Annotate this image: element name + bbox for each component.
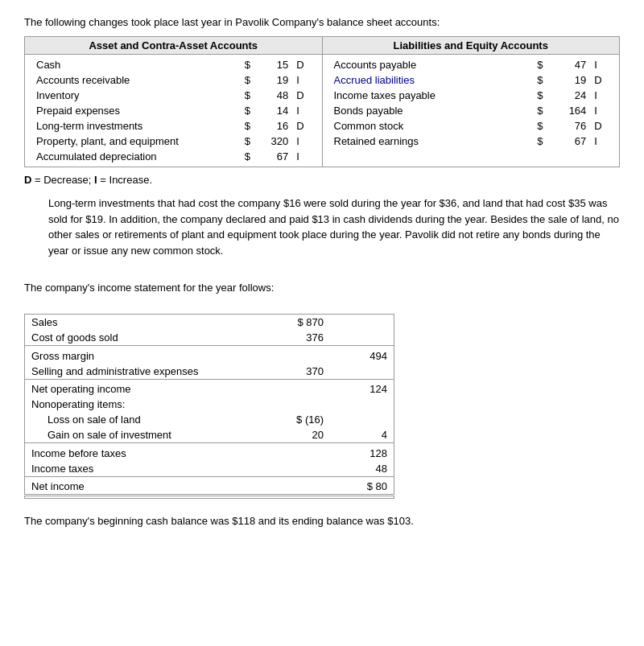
right-account-row: Retained earnings $ 67 I xyxy=(331,134,612,148)
income-label: Cost of goods sold xyxy=(25,330,260,346)
income-sub xyxy=(260,461,327,477)
account-label: Income taxes payable xyxy=(331,88,529,102)
right-account-row: Accounts payable $ 47 I xyxy=(331,58,612,72)
di-indicator: I xyxy=(591,88,611,102)
amount: 19 xyxy=(548,73,590,87)
right-header: Liabilities and Equity Accounts xyxy=(322,37,620,55)
income-row: Selling and administrative expenses 370 xyxy=(25,364,394,380)
account-label: Long-term investments xyxy=(33,119,236,133)
income-label: Gross margin xyxy=(25,348,260,364)
income-label: Sales xyxy=(25,315,260,331)
dollar-sign: $ xyxy=(530,104,547,117)
i-text: = Increase. xyxy=(97,174,152,186)
income-total xyxy=(327,364,394,380)
income-row: Net operating income 124 xyxy=(25,381,394,397)
income-label: Loss on sale of land xyxy=(25,412,260,427)
amount: 76 xyxy=(548,119,590,133)
income-sub: $ 870 xyxy=(260,315,327,331)
income-total xyxy=(327,330,394,346)
dollar-sign: $ xyxy=(237,119,254,133)
income-label: Net income xyxy=(25,479,260,496)
income-row: Income taxes 48 xyxy=(25,461,394,477)
income-row: Net income $ 80 xyxy=(25,479,394,496)
income-total: 124 xyxy=(327,381,394,397)
right-account-row: Accrued liabilities $ 19 D xyxy=(331,73,612,87)
income-sub xyxy=(260,381,327,397)
dollar-sign: $ xyxy=(237,104,254,117)
income-sub xyxy=(260,397,327,412)
income-label: Selling and administrative expenses xyxy=(25,364,260,380)
income-row: Income before taxes 128 xyxy=(25,446,394,461)
income-row: Sales $ 870 xyxy=(25,315,394,331)
d-text: = Decrease; xyxy=(31,174,94,186)
left-account-row: Long-term investments $ 16 D xyxy=(33,119,314,133)
dollar-sign: $ xyxy=(530,73,547,87)
income-statement-table: Sales $ 870 Cost of goods sold 376 Gross… xyxy=(24,314,394,499)
right-account-row: Bonds payable $ 164 I xyxy=(331,104,612,117)
account-label: Common stock xyxy=(331,119,529,133)
dollar-sign: $ xyxy=(530,58,547,72)
amount: 67 xyxy=(255,150,291,163)
account-label: Accounts payable xyxy=(331,58,529,72)
income-sub xyxy=(260,348,327,364)
left-accounts: Cash $ 15 D Accounts receivable $ 19 I I… xyxy=(25,55,323,167)
amount: 14 xyxy=(255,104,291,117)
income-total: $ 80 xyxy=(327,479,394,496)
legend: D = Decrease; I = Increase. xyxy=(24,174,620,186)
income-total: 4 xyxy=(327,427,394,443)
dollar-sign: $ xyxy=(237,134,254,148)
income-row: Nonoperating items: xyxy=(25,397,394,412)
income-title: The company's income statement for the y… xyxy=(24,282,620,294)
left-account-row: Prepaid expenses $ 14 I xyxy=(33,104,314,117)
income-row: Gain on sale of investment 20 4 xyxy=(25,427,394,443)
income-row: Gross margin 494 xyxy=(25,348,394,364)
right-account-row: Income taxes payable $ 24 I xyxy=(331,88,612,102)
account-label: Property, plant, and equipment xyxy=(33,134,236,148)
income-row: Cost of goods sold 376 xyxy=(25,330,394,346)
income-total xyxy=(327,412,394,427)
income-total: 48 xyxy=(327,461,394,477)
income-sub xyxy=(260,479,327,496)
income-sub: 376 xyxy=(260,330,327,346)
dollar-sign: $ xyxy=(237,58,254,72)
footer-text: The company's beginning cash balance was… xyxy=(24,515,620,527)
account-label: Prepaid expenses xyxy=(33,104,236,117)
right-accounts: Accounts payable $ 47 I Accrued liabilit… xyxy=(322,55,620,167)
di-indicator: D xyxy=(293,119,313,133)
di-indicator: D xyxy=(591,73,611,87)
dollar-sign: $ xyxy=(237,88,254,102)
right-account-row: Common stock $ 76 D xyxy=(331,119,612,133)
income-total xyxy=(327,315,394,331)
dollar-sign: $ xyxy=(237,73,254,87)
di-indicator: I xyxy=(591,104,611,117)
dollar-sign: $ xyxy=(237,150,254,163)
di-indicator: I xyxy=(591,58,611,72)
income-sub: 20 xyxy=(260,427,327,443)
amount: 16 xyxy=(255,119,291,133)
narrative-text: Long-term investments that had cost the … xyxy=(24,195,620,258)
income-total: 128 xyxy=(327,446,394,461)
income-double-line xyxy=(25,496,394,499)
income-sub: $ (16) xyxy=(260,412,327,427)
income-total xyxy=(327,397,394,412)
di-indicator: I xyxy=(293,150,313,163)
di-indicator: I xyxy=(293,134,313,148)
income-label: Gain on sale of investment xyxy=(25,427,260,443)
di-indicator: D xyxy=(293,88,313,102)
amount: 164 xyxy=(548,104,590,117)
di-indicator: I xyxy=(293,104,313,117)
amount: 320 xyxy=(255,134,291,148)
account-label: Cash xyxy=(33,58,236,72)
account-label: Inventory xyxy=(33,88,236,102)
dollar-sign: $ xyxy=(530,88,547,102)
account-label: Bonds payable xyxy=(331,104,529,117)
d-letter: D xyxy=(24,174,31,186)
account-label: Accrued liabilities xyxy=(331,73,529,87)
dollar-sign: $ xyxy=(530,134,547,148)
income-sub: 370 xyxy=(260,364,327,380)
income-sub xyxy=(260,446,327,461)
left-account-row: Inventory $ 48 D xyxy=(33,88,314,102)
intro-text: The following changes took place last ye… xyxy=(24,16,620,28)
balance-sheet-table: Asset and Contra-Asset Accounts Liabilit… xyxy=(24,36,620,167)
left-account-row: Accounts receivable $ 19 I xyxy=(33,73,314,87)
